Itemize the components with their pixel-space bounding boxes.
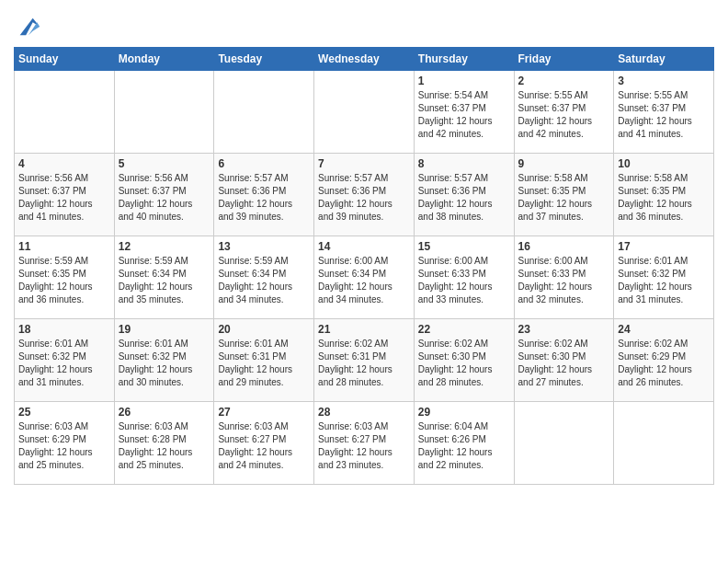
day-info: Sunrise: 6:03 AM Sunset: 6:28 PM Dayligh… bbox=[119, 420, 210, 472]
calendar-cell bbox=[114, 71, 214, 154]
day-number: 7 bbox=[318, 157, 410, 170]
day-number: 3 bbox=[618, 75, 710, 87]
calendar-week-2: 4Sunrise: 5:56 AM Sunset: 6:37 PM Daylig… bbox=[15, 154, 714, 236]
day-number: 26 bbox=[119, 406, 210, 419]
day-info: Sunrise: 6:02 AM Sunset: 6:31 PM Dayligh… bbox=[318, 338, 410, 389]
day-number: 1 bbox=[418, 75, 510, 87]
day-number: 15 bbox=[418, 240, 510, 253]
day-info: Sunrise: 5:54 AM Sunset: 6:37 PM Dayligh… bbox=[418, 89, 510, 141]
calendar-cell: 11Sunrise: 5:59 AM Sunset: 6:35 PM Dayli… bbox=[15, 236, 115, 319]
day-info: Sunrise: 6:01 AM Sunset: 6:32 PM Dayligh… bbox=[18, 338, 110, 389]
weekday-header-wednesday: Wednesday bbox=[314, 48, 415, 71]
day-info: Sunrise: 6:02 AM Sunset: 6:29 PM Dayligh… bbox=[618, 338, 710, 389]
calendar-cell: 12Sunrise: 5:59 AM Sunset: 6:34 PM Dayli… bbox=[114, 236, 214, 319]
day-number: 23 bbox=[518, 323, 610, 336]
calendar-cell: 10Sunrise: 5:58 AM Sunset: 6:35 PM Dayli… bbox=[614, 154, 714, 236]
calendar-cell: 24Sunrise: 6:02 AM Sunset: 6:29 PM Dayli… bbox=[614, 319, 714, 402]
calendar-cell bbox=[214, 71, 314, 154]
day-info: Sunrise: 5:55 AM Sunset: 6:37 PM Dayligh… bbox=[618, 89, 710, 141]
calendar-cell: 22Sunrise: 6:02 AM Sunset: 6:30 PM Dayli… bbox=[414, 319, 514, 402]
day-info: Sunrise: 6:03 AM Sunset: 6:29 PM Dayligh… bbox=[18, 420, 110, 472]
day-info: Sunrise: 6:03 AM Sunset: 6:27 PM Dayligh… bbox=[318, 420, 410, 472]
calendar-cell: 23Sunrise: 6:02 AM Sunset: 6:30 PM Dayli… bbox=[514, 319, 614, 402]
calendar-cell bbox=[314, 71, 415, 154]
day-number: 29 bbox=[418, 406, 510, 419]
logo bbox=[14, 14, 41, 40]
day-number: 20 bbox=[218, 323, 310, 336]
day-info: Sunrise: 5:58 AM Sunset: 6:35 PM Dayligh… bbox=[518, 172, 610, 224]
weekday-header-thursday: Thursday bbox=[414, 48, 514, 71]
day-number: 5 bbox=[119, 157, 210, 170]
calendar-cell: 9Sunrise: 5:58 AM Sunset: 6:35 PM Daylig… bbox=[514, 154, 614, 236]
calendar-cell: 8Sunrise: 5:57 AM Sunset: 6:36 PM Daylig… bbox=[414, 154, 514, 236]
calendar-week-4: 18Sunrise: 6:01 AM Sunset: 6:32 PM Dayli… bbox=[15, 319, 714, 402]
calendar-cell: 4Sunrise: 5:56 AM Sunset: 6:37 PM Daylig… bbox=[15, 154, 115, 236]
weekday-header-row: SundayMondayTuesdayWednesdayThursdayFrid… bbox=[15, 48, 714, 71]
day-info: Sunrise: 5:59 AM Sunset: 6:34 PM Dayligh… bbox=[119, 255, 210, 306]
day-info: Sunrise: 5:57 AM Sunset: 6:36 PM Dayligh… bbox=[218, 172, 310, 224]
weekday-header-monday: Monday bbox=[114, 48, 214, 71]
calendar-cell: 16Sunrise: 6:00 AM Sunset: 6:33 PM Dayli… bbox=[514, 236, 614, 319]
calendar-cell bbox=[15, 71, 115, 154]
day-number: 14 bbox=[318, 240, 410, 253]
calendar-cell: 28Sunrise: 6:03 AM Sunset: 6:27 PM Dayli… bbox=[314, 402, 415, 485]
day-number: 11 bbox=[18, 240, 110, 253]
calendar-cell: 13Sunrise: 5:59 AM Sunset: 6:34 PM Dayli… bbox=[214, 236, 314, 319]
day-info: Sunrise: 6:01 AM Sunset: 6:32 PM Dayligh… bbox=[119, 338, 210, 389]
day-number: 9 bbox=[518, 157, 610, 170]
day-number: 13 bbox=[218, 240, 310, 253]
calendar-cell: 1Sunrise: 5:54 AM Sunset: 6:37 PM Daylig… bbox=[414, 71, 514, 154]
day-info: Sunrise: 6:02 AM Sunset: 6:30 PM Dayligh… bbox=[518, 338, 610, 389]
day-number: 2 bbox=[518, 75, 610, 87]
calendar-cell: 7Sunrise: 5:57 AM Sunset: 6:36 PM Daylig… bbox=[314, 154, 415, 236]
day-info: Sunrise: 6:04 AM Sunset: 6:26 PM Dayligh… bbox=[418, 420, 510, 472]
calendar-cell bbox=[614, 402, 714, 485]
day-info: Sunrise: 6:00 AM Sunset: 6:34 PM Dayligh… bbox=[318, 255, 410, 306]
calendar-cell: 5Sunrise: 5:56 AM Sunset: 6:37 PM Daylig… bbox=[114, 154, 214, 236]
day-number: 28 bbox=[318, 406, 410, 419]
day-number: 24 bbox=[618, 323, 710, 336]
day-number: 22 bbox=[418, 323, 510, 336]
day-number: 18 bbox=[18, 323, 110, 336]
day-info: Sunrise: 5:59 AM Sunset: 6:35 PM Dayligh… bbox=[18, 255, 110, 306]
day-info: Sunrise: 6:00 AM Sunset: 6:33 PM Dayligh… bbox=[518, 255, 610, 306]
day-info: Sunrise: 5:59 AM Sunset: 6:34 PM Dayligh… bbox=[218, 255, 310, 306]
weekday-header-tuesday: Tuesday bbox=[214, 48, 314, 71]
weekday-header-saturday: Saturday bbox=[614, 48, 714, 71]
day-number: 16 bbox=[518, 240, 610, 253]
weekday-header-friday: Friday bbox=[514, 48, 614, 71]
day-number: 8 bbox=[418, 157, 510, 170]
day-info: Sunrise: 5:55 AM Sunset: 6:37 PM Dayligh… bbox=[518, 89, 610, 141]
day-number: 19 bbox=[119, 323, 210, 336]
logo-icon bbox=[16, 14, 41, 40]
calendar-cell: 18Sunrise: 6:01 AM Sunset: 6:32 PM Dayli… bbox=[15, 319, 115, 402]
day-number: 17 bbox=[618, 240, 710, 253]
calendar-cell: 14Sunrise: 6:00 AM Sunset: 6:34 PM Dayli… bbox=[314, 236, 415, 319]
calendar-cell: 21Sunrise: 6:02 AM Sunset: 6:31 PM Dayli… bbox=[314, 319, 415, 402]
calendar-week-5: 25Sunrise: 6:03 AM Sunset: 6:29 PM Dayli… bbox=[15, 402, 714, 485]
day-info: Sunrise: 5:58 AM Sunset: 6:35 PM Dayligh… bbox=[618, 172, 710, 224]
day-number: 25 bbox=[18, 406, 110, 419]
calendar-cell: 26Sunrise: 6:03 AM Sunset: 6:28 PM Dayli… bbox=[114, 402, 214, 485]
day-number: 4 bbox=[18, 157, 110, 170]
day-info: Sunrise: 5:57 AM Sunset: 6:36 PM Dayligh… bbox=[318, 172, 410, 224]
day-number: 10 bbox=[618, 157, 710, 170]
day-info: Sunrise: 5:57 AM Sunset: 6:36 PM Dayligh… bbox=[418, 172, 510, 224]
calendar-week-3: 11Sunrise: 5:59 AM Sunset: 6:35 PM Dayli… bbox=[15, 236, 714, 319]
calendar-cell bbox=[514, 402, 614, 485]
calendar-cell: 3Sunrise: 5:55 AM Sunset: 6:37 PM Daylig… bbox=[614, 71, 714, 154]
day-number: 6 bbox=[218, 157, 310, 170]
day-info: Sunrise: 6:01 AM Sunset: 6:32 PM Dayligh… bbox=[618, 255, 710, 306]
calendar-table: SundayMondayTuesdayWednesdayThursdayFrid… bbox=[14, 47, 714, 485]
day-number: 27 bbox=[218, 406, 310, 419]
calendar-cell: 2Sunrise: 5:55 AM Sunset: 6:37 PM Daylig… bbox=[514, 71, 614, 154]
day-info: Sunrise: 5:56 AM Sunset: 6:37 PM Dayligh… bbox=[18, 172, 110, 224]
day-number: 12 bbox=[119, 240, 210, 253]
day-info: Sunrise: 6:02 AM Sunset: 6:30 PM Dayligh… bbox=[418, 338, 510, 389]
calendar-cell: 27Sunrise: 6:03 AM Sunset: 6:27 PM Dayli… bbox=[214, 402, 314, 485]
weekday-header-sunday: Sunday bbox=[15, 48, 115, 71]
calendar-cell: 6Sunrise: 5:57 AM Sunset: 6:36 PM Daylig… bbox=[214, 154, 314, 236]
day-info: Sunrise: 6:01 AM Sunset: 6:31 PM Dayligh… bbox=[218, 338, 310, 389]
header bbox=[14, 9, 714, 40]
calendar-cell: 17Sunrise: 6:01 AM Sunset: 6:32 PM Dayli… bbox=[614, 236, 714, 319]
